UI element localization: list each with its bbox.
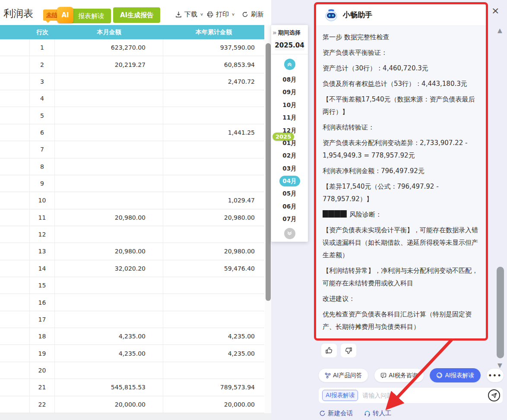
assistant-scroll-down-icon[interactable]: ▼ (497, 362, 502, 369)
print-button[interactable]: 打印 ∨ (207, 10, 235, 19)
table-row[interactable]: 8 (0, 158, 264, 175)
table-row[interactable]: 20 (0, 362, 264, 379)
row-ytd-amount: 4,235.00 (163, 345, 264, 361)
table-row[interactable]: 7 (0, 141, 264, 158)
month-item[interactable]: 11月 (271, 111, 308, 124)
ai-icon: AI (57, 7, 73, 23)
thumbs-down-button[interactable] (341, 344, 356, 357)
table-row[interactable]: 13 20,980.00 20,980.00 (0, 243, 264, 260)
assistant-message: 核查利润表中是否有未结转的所得税费用或其他权益变动项目 (323, 336, 480, 338)
table-header-line: 行次 (30, 28, 55, 36)
row-ytd-amount (163, 107, 264, 123)
thumbs-down-icon (345, 347, 352, 354)
transfer-to-human-button[interactable]: 转人工 (364, 409, 392, 417)
row-month-amount (55, 311, 163, 328)
table-row[interactable]: 17 (0, 311, 264, 328)
assistant-message: 负债及所有者权益总计（53行）：4,443,180.3元 (323, 78, 480, 90)
table-header-ytd: 本年累计金额 (163, 28, 264, 36)
thumbs-up-button[interactable] (321, 344, 337, 357)
table-row[interactable]: 9 (0, 175, 264, 192)
quick-actions-row: AI产品问答 AI税务咨询 AI报表解读 ••• (318, 368, 504, 382)
ai-generate-report-button[interactable]: AI生成报告 (113, 7, 160, 23)
row-month-amount (55, 158, 163, 175)
table-row[interactable]: 3 2,470.72 (0, 73, 264, 90)
ai-report-read-button[interactable]: 报表解读 (70, 9, 111, 23)
month-item[interactable]: 04月 (279, 176, 300, 186)
month-item[interactable]: 08月 (271, 73, 308, 86)
current-period[interactable]: 2025.04 (275, 40, 304, 51)
month-item[interactable]: 07月 (271, 213, 308, 225)
ai-product-qa-button[interactable]: AI产品问答 (318, 368, 368, 382)
ai-report-interpret-button[interactable]: AI报表解读 (430, 368, 480, 382)
question-input[interactable] (362, 392, 488, 399)
row-line-number: 8 (30, 158, 55, 175)
table-horizontal-scrollbar[interactable] (0, 413, 271, 420)
table-row[interactable]: 4 (0, 90, 264, 107)
assistant-message: 【利润结转异常】，净利润与未分配利润变动不匹配，可能存在未结转费用或收入科目 (323, 265, 480, 290)
row-ytd-amount (163, 362, 264, 379)
scroll-months-down-button[interactable] (284, 228, 295, 239)
new-conversation-button[interactable]: 新建会话 (319, 409, 353, 417)
input-mode-tag[interactable]: AI报表解读 (322, 390, 358, 401)
table-row[interactable]: 1 623,270.00 937,590.00 (0, 39, 264, 56)
double-chevron-up-icon (287, 62, 292, 67)
row-line-number: 14 (30, 260, 55, 277)
row-ytd-amount: 4,235.00 (163, 328, 264, 344)
assistant-header: 小畅助手 (316, 4, 486, 26)
month-item[interactable]: 09月 (271, 86, 308, 98)
table-row[interactable]: 14 32,020.20 59,476.40 (0, 260, 264, 277)
new-chat-icon (319, 410, 326, 417)
month-item[interactable]: 02月 (271, 149, 308, 162)
table-row[interactable]: 10 1,029.47 (0, 192, 264, 209)
table-row[interactable]: 5 (0, 107, 264, 124)
ai-tax-consult-button[interactable]: AI税务咨询 (374, 368, 424, 382)
download-button[interactable]: 下载 ∨ (175, 10, 203, 19)
table-row[interactable]: 16 (0, 294, 264, 311)
table-row[interactable]: 6 1,441.25 (0, 124, 264, 141)
month-item[interactable]: 05月 (271, 187, 308, 200)
table-row[interactable]: 21 545,815.53 789,573.94 (0, 379, 264, 396)
table-row[interactable]: 11 20,980.00 20,980.00 (0, 209, 264, 226)
assistant-message: 风险诊断： (323, 208, 480, 221)
table-scrollbar-thumb[interactable] (266, 43, 271, 301)
table-row[interactable]: 12 (0, 226, 264, 243)
collapse-panel-icon[interactable]: » (273, 29, 277, 37)
more-actions-button[interactable]: ••• (486, 368, 504, 382)
refresh-button[interactable]: 刷新 (242, 10, 264, 19)
table-row[interactable]: 18 4,235.00 4,235.00 (0, 328, 264, 345)
month-item[interactable]: 10月 (271, 99, 308, 111)
assistant-message: 第一步 数据完整性检查 (323, 31, 480, 44)
double-chevron-down-icon (287, 231, 292, 236)
assistant-scrollbar-thumb[interactable] (497, 267, 504, 358)
assistant-scroll-up-icon[interactable]: ▲ (497, 27, 502, 34)
row-ytd-amount: 59,476.40 (163, 260, 264, 277)
row-ytd-amount (163, 226, 264, 243)
month-item[interactable]: 03月 (271, 162, 308, 175)
table-row[interactable]: 2 20,219.27 60,853.94 (0, 56, 264, 73)
send-button[interactable] (488, 389, 500, 401)
redacted-block (323, 210, 347, 218)
row-line-number: 21 (30, 379, 55, 395)
row-month-amount: 20,219.27 (55, 56, 163, 73)
row-month-amount: 32,020.20 (55, 260, 163, 277)
page-title: 利润表 (3, 7, 33, 20)
row-month-amount (55, 141, 163, 158)
row-line-number: 15 (30, 277, 55, 294)
row-ytd-amount (163, 90, 264, 107)
scroll-months-up-button[interactable] (284, 59, 295, 70)
table-row[interactable]: 15 (0, 277, 264, 294)
assistant-message: 【资产负债表未实现会计平衡】，可能存在数据录入错误或遗漏科目（如长期借款、递延所… (323, 224, 480, 262)
month-item[interactable]: 06月 (271, 200, 308, 213)
row-line-number: 17 (30, 311, 55, 328)
row-line-number: 10 (30, 192, 55, 208)
row-ytd-amount (163, 141, 264, 158)
row-month-amount (55, 277, 163, 294)
row-month-amount (55, 294, 163, 310)
download-label: 下载 (184, 10, 197, 19)
close-icon[interactable]: × (491, 6, 499, 16)
row-month-amount: 4,235.00 (55, 328, 163, 344)
row-line-number: 18 (30, 328, 55, 344)
table-row[interactable]: 19 4,235.00 4,235.00 (0, 345, 264, 362)
table-row[interactable]: 22 20,000.00 20,000.00 (0, 396, 264, 413)
chevron-down-icon: ∨ (231, 12, 235, 16)
